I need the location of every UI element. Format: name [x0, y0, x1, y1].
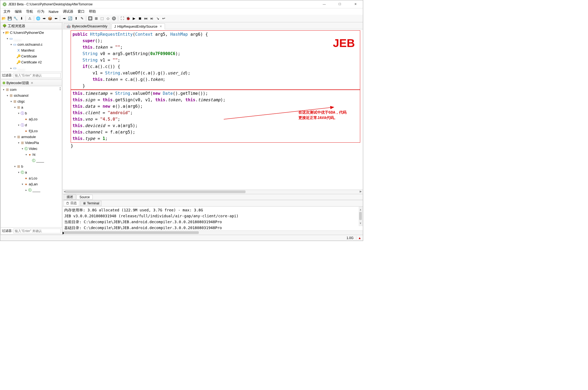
maximize-button[interactable]: ☐ — [334, 2, 345, 6]
toolbar-btn-10[interactable]: 🔄 — [68, 16, 73, 21]
scroll-right-icon[interactable]: ▶ — [359, 190, 363, 194]
toolbar-btn-6[interactable]: ➡ — [42, 16, 46, 21]
scroll-down-icon[interactable]: ▼ — [59, 89, 61, 91]
tree-node[interactable]: ▾📂C:\Users\Pythoner\De — [1, 30, 61, 36]
editor-tab[interactable]: JHttpRequestEntity/Source✕ — [111, 23, 165, 29]
tree-caret[interactable]: ▾ — [21, 181, 24, 187]
tree-node[interactable]: ▾⊞cbgc — [1, 99, 61, 104]
tree-caret[interactable]: ▾ — [9, 42, 13, 48]
toolbar-btn-17[interactable]: 🔘 — [111, 16, 116, 21]
project-filter-input[interactable] — [13, 73, 61, 78]
tree-node[interactable]: ▾⊞b — [1, 164, 61, 169]
toolbar-btn-1[interactable]: 💾 — [7, 16, 12, 21]
tree-caret[interactable]: ▾ — [21, 146, 24, 152]
toolbar-btn-0[interactable]: 📂 — [1, 16, 6, 21]
log-vscroll[interactable]: ▲ ▼ — [359, 207, 363, 226]
toolbar-btn-18[interactable]: ⛶ — [120, 16, 125, 21]
bottom-tab-Source[interactable]: Source — [77, 195, 93, 200]
tree-caret[interactable]: ▾ — [13, 134, 16, 140]
toolbar-btn-19[interactable]: 🐞 — [126, 16, 131, 21]
tree-node[interactable]: ▾▭com.sichuanol.c — [1, 42, 61, 48]
toolbar-btn-8[interactable]: ⬅ — [53, 16, 58, 21]
warning-icon[interactable]: ▲ — [358, 236, 361, 240]
log-hscroll[interactable]: ▶ — [63, 230, 363, 235]
toolbar-btn-7[interactable]: 📦 — [48, 16, 52, 21]
tree-node[interactable]: 🔑Certificate — [1, 53, 61, 59]
bytecode-filter-input[interactable] — [13, 229, 61, 233]
close-button[interactable]: ✕ — [350, 2, 361, 6]
toolbar-btn-16[interactable]: ◇ — [106, 16, 110, 21]
editor-tab[interactable]: 🤖Bytecode/Disassembly — [64, 23, 110, 29]
minimize-button[interactable]: — — [319, 2, 330, 6]
tree-node[interactable]: ▸Ⓒ____ — [1, 187, 61, 193]
menu-行为[interactable]: 行为 — [35, 9, 46, 15]
toolbar-btn-15[interactable]: ⬚ — [100, 16, 104, 21]
tree-node[interactable]: 🔑Certificate #2 — [1, 59, 61, 65]
tree-node[interactable]: ▾ⒸVidec — [1, 146, 61, 152]
tree-node[interactable]: ▾Ⓒa — [1, 169, 61, 175]
tree-caret[interactable]: ▾ — [2, 87, 5, 93]
tab-close-icon[interactable]: ✕ — [160, 25, 162, 28]
toolbar-btn-11[interactable]: ⬆ — [74, 16, 78, 21]
log-output[interactable]: 内存使用率: 3.8G allocated (122.9M used, 3.7G… — [63, 207, 363, 230]
tree-caret[interactable]: ▸ — [24, 187, 28, 193]
menu-编辑[interactable]: 编辑 — [13, 9, 24, 15]
editor-hscroll[interactable]: ◀ ▶ — [63, 190, 363, 194]
tree-node[interactable]: ▾⊞armodule — [1, 134, 61, 140]
toolbar-btn-24[interactable]: ↘ — [155, 16, 160, 21]
toolbar-btn-4[interactable]: ⚠ — [27, 16, 32, 21]
tree-node[interactable]: ▾●a(Lan — [1, 181, 61, 187]
tree-caret[interactable]: ▾ — [9, 99, 13, 104]
tree-node[interactable]: ●f()Lco — [1, 128, 61, 134]
toolbar-btn-5[interactable]: 🌐 — [36, 16, 41, 21]
tree-node[interactable]: ▾⊞a — [1, 104, 61, 110]
menu-帮助[interactable]: 帮助 — [87, 9, 98, 15]
toolbar-btn-13[interactable]: 🔲 — [88, 16, 93, 21]
tree-node[interactable]: ▾⊞com — [1, 87, 61, 93]
toolbar-btn-21[interactable]: ⏹ — [138, 16, 142, 21]
tree-caret[interactable]: ▾ — [17, 110, 20, 116]
tree-caret[interactable]: ▸ — [9, 65, 13, 71]
toolbar-btn-9[interactable]: ➡ — [62, 16, 67, 21]
tree-node[interactable]: ▾▭____ — [1, 36, 61, 42]
toolbar-btn-14[interactable]: ⊞ — [94, 16, 99, 21]
menu-Native[interactable]: Native — [46, 9, 61, 14]
toolbar-btn-2[interactable]: 🔧 — [13, 16, 18, 21]
tree-caret[interactable]: ▾ — [13, 164, 16, 169]
tree-node[interactable]: XManifest — [1, 48, 61, 53]
tree-node[interactable]: ▾⊞VideoPla — [1, 140, 61, 146]
tree-caret[interactable]: ▾ — [6, 36, 9, 42]
code-editor[interactable]: public HttpRequestEntity(Context arg5, H… — [63, 29, 363, 190]
menu-调试器[interactable]: 调试器 — [61, 9, 75, 15]
tree-node[interactable]: ▾●ht — [1, 152, 61, 158]
tree-caret[interactable]: ▾ — [2, 30, 5, 36]
tree-node[interactable]: ●a:Lco — [1, 175, 61, 181]
tree-node[interactable]: ●a(Lco — [1, 116, 61, 122]
tree-node[interactable]: ▾Ⓘb — [1, 110, 61, 116]
toolbar-btn-12[interactable]: ✎ — [80, 16, 84, 21]
tree-caret[interactable]: ▾ — [17, 169, 20, 175]
toolbar-btn-22[interactable]: ⏭ — [143, 16, 148, 21]
panel-close-icon[interactable]: ✕ — [31, 81, 33, 85]
tree-caret[interactable]: ▾ — [13, 104, 16, 110]
tree-caret[interactable]: ▾ — [6, 93, 9, 99]
menu-导航[interactable]: 导航 — [24, 9, 35, 15]
tree-node[interactable]: Ⓒ____ — [1, 158, 61, 164]
bottom-tab-描述[interactable]: 描述 — [64, 194, 76, 200]
scroll-down-icon[interactable]: ▼ — [359, 220, 362, 226]
toolbar-btn-23[interactable]: ⏯ — [149, 16, 154, 21]
toolbar-btn-3[interactable]: ⬇ — [19, 16, 24, 21]
tab-terminal[interactable]: 🖥Terminal — [80, 201, 102, 206]
tree-node[interactable]: ▾Ⓘd — [1, 122, 61, 128]
tree-node[interactable]: ▾⊞sichuanol — [1, 93, 61, 99]
tree-caret[interactable]: ▾ — [24, 152, 28, 158]
toolbar-btn-20[interactable]: ▶ — [132, 16, 136, 21]
scroll-up-icon[interactable]: ▲ — [359, 207, 362, 212]
menu-文件[interactable]: 文件 — [1, 9, 13, 15]
tab-log[interactable]: 🗒日志 — [64, 200, 79, 206]
toolbar-btn-25[interactable]: ↩ — [161, 16, 166, 21]
tree-caret[interactable]: ▾ — [17, 140, 20, 146]
menu-窗口[interactable]: 窗口 — [75, 9, 87, 15]
tree-node[interactable]: ▸▭____ — [1, 65, 61, 71]
tree-caret[interactable]: ▾ — [17, 122, 20, 128]
